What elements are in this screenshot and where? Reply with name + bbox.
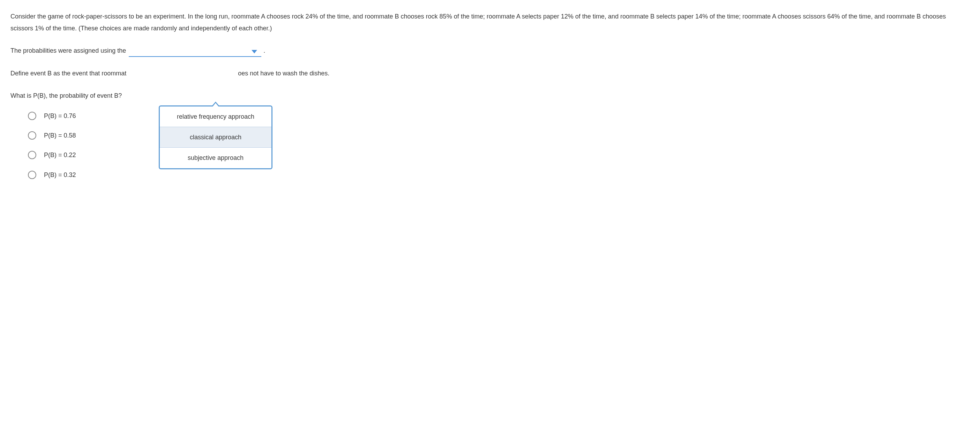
define-right: oes not have to wash the dishes. [238, 70, 329, 77]
radio-icon [28, 151, 36, 159]
answer-label: P(B) = 0.32 [44, 169, 76, 181]
prompt-prefix: The probabilities were assigned using th… [11, 45, 126, 57]
dropdown-field[interactable] [129, 48, 261, 57]
answer-label: P(B) = 0.58 [44, 129, 76, 141]
dropdown-option[interactable]: classical approach [160, 127, 271, 148]
question-intro: Consider the game of rock-paper-scissors… [11, 11, 969, 34]
dropdown-option[interactable]: subjective approach [160, 148, 271, 168]
dropdown-prompt-line: The probabilities were assigned using th… [11, 45, 969, 57]
define-left: Define event B as the event that roommat [11, 70, 126, 77]
dropdown-popover: relative frequency approach classical ap… [159, 105, 272, 169]
radio-icon [28, 171, 36, 179]
radio-icon [28, 131, 36, 140]
answer-label: P(B) = 0.22 [44, 149, 76, 161]
dropdown-option[interactable]: relative frequency approach [160, 107, 271, 127]
sub-question: What is P(B), the probability of event B… [11, 90, 969, 102]
radio-icon [28, 112, 36, 120]
define-event-text: Define event B as the event that roommat… [11, 67, 969, 79]
answer-option[interactable]: P(B) = 0.32 [28, 169, 969, 181]
prompt-suffix: . [263, 45, 265, 57]
answer-label: P(B) = 0.76 [44, 110, 76, 122]
chevron-down-icon [251, 50, 257, 53]
